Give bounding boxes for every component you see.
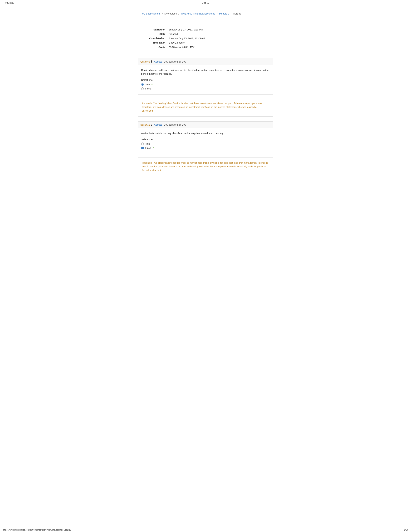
- grade-label: Grade: [143, 45, 167, 49]
- breadcrumb-sep4: /: [231, 12, 232, 15]
- option-true-label-q1: True: [145, 83, 150, 86]
- question-1-points: 1.00 points out of 1.00: [164, 60, 186, 63]
- radio-false-q2: [141, 147, 144, 149]
- question-2-option-true[interactable]: True: [141, 142, 270, 145]
- started-on-value: Sunday, July 23, 2017, 9:29 PM: [167, 28, 268, 32]
- question-1-header: Question 1 Correct 1.00 points out of 1.…: [138, 58, 273, 65]
- breadcrumb-quiz: Quiz #9: [233, 12, 242, 15]
- completed-on-label: Completed on: [143, 36, 167, 40]
- question-1-text: Realized gains and losses on investments…: [141, 68, 270, 76]
- page-header: 7/25/2017 Quiz #9: [0, 0, 411, 6]
- checkmark-q1: ✓: [151, 83, 153, 86]
- option-false-label-q2: False: [145, 147, 151, 149]
- question-2-select-label: Select one:: [141, 138, 270, 141]
- checkmark-q2: ✓: [152, 146, 154, 150]
- question-1-option-false[interactable]: False: [141, 87, 270, 90]
- state-value: Finished: [167, 32, 268, 36]
- breadcrumb-sep2: /: [178, 12, 180, 15]
- question-1-select-label: Select one:: [141, 78, 270, 81]
- info-started-on: Started on Sunday, July 23, 2017, 9:29 P…: [143, 28, 268, 32]
- question-2-text: Available-for-sale is the only classific…: [141, 132, 270, 135]
- radio-inner-false-q2: [142, 147, 143, 149]
- radio-false-q1: [141, 87, 144, 90]
- completed-on-value: Tuesday, July 25, 2017, 11:45 AM: [167, 36, 268, 40]
- info-box: Started on Sunday, July 23, 2017, 9:29 P…: [138, 23, 273, 53]
- rationale-1-box: Rationale: The “trading” classification …: [138, 98, 273, 116]
- info-completed-on: Completed on Tuesday, July 25, 2017, 11:…: [143, 36, 268, 40]
- rationale-2-text: Rationale: Two classifications require m…: [142, 161, 269, 172]
- state-label: State: [143, 32, 167, 36]
- breadcrumb-sep3: /: [217, 12, 218, 15]
- info-time-taken: Time taken 1 day 14 hours: [143, 40, 268, 45]
- info-state: State Finished: [143, 32, 268, 36]
- breadcrumb-sep1: /: [162, 12, 163, 15]
- question-1-body: Realized gains and losses on investments…: [138, 65, 273, 95]
- grade-number: 75.00: [168, 46, 175, 48]
- time-taken-label: Time taken: [143, 40, 167, 45]
- question-2-header: Question 2 Correct 1.00 points out of 1.…: [138, 122, 273, 128]
- question-2-box: Question 2 Correct 1.00 points out of 1.…: [138, 121, 273, 154]
- main-content: My Subscriptions / My courses / WMBA500-…: [133, 6, 278, 184]
- breadcrumb-my-courses: My courses: [164, 12, 177, 15]
- question-2-label: Question 2: [140, 123, 152, 127]
- question-2-points: 1.00 points out of 1.00: [164, 124, 186, 126]
- question-1-status: Correct: [154, 60, 162, 63]
- started-on-label: Started on: [143, 28, 167, 32]
- question-2-status: Correct: [154, 124, 162, 126]
- question-1-option-true[interactable]: True ✓: [141, 83, 270, 86]
- breadcrumb: My Subscriptions / My courses / WMBA500-…: [142, 12, 269, 15]
- header-title: Quiz #9: [202, 2, 209, 4]
- info-table: Started on Sunday, July 23, 2017, 9:29 P…: [143, 28, 268, 49]
- grade-out-of: out of 76.00 (: [175, 46, 189, 48]
- option-true-label-q2: True: [145, 142, 150, 145]
- header-date: 7/25/2017: [5, 2, 14, 4]
- info-grade: Grade 75.00 out of 76.00 (99%): [143, 45, 268, 49]
- breadcrumb-box: My Subscriptions / My courses / WMBA500-…: [138, 9, 273, 18]
- grade-value: 75.00 out of 76.00 (99%): [167, 45, 268, 49]
- radio-true-q2: [141, 142, 144, 145]
- question-2-option-false[interactable]: False ✓: [141, 146, 270, 150]
- grade-pct: 99%: [189, 46, 194, 48]
- breadcrumb-module[interactable]: Module 9: [219, 12, 229, 15]
- rationale-2-box: Rationale: Two classifications require m…: [138, 157, 273, 176]
- question-1-label: Question 1: [140, 60, 152, 63]
- rationale-1-text: Rationale: The “trading” classification …: [142, 102, 269, 113]
- option-false-label-q1: False: [145, 87, 151, 90]
- question-1-box: Question 1 Correct 1.00 points out of 1.…: [138, 58, 273, 95]
- breadcrumb-my-subscriptions[interactable]: My Subscriptions: [142, 12, 160, 15]
- question-1-number: 1: [151, 60, 152, 63]
- radio-inner-true-q1: [142, 84, 143, 85]
- breadcrumb-course[interactable]: WMBA500-Financial Accounting: [181, 12, 215, 15]
- question-2-number: 2: [151, 123, 152, 126]
- time-taken-value: 1 day 14 hours: [167, 40, 268, 45]
- grade-close: ): [194, 46, 195, 48]
- radio-true-q1: [141, 83, 144, 86]
- question-2-body: Available-for-sale is the only classific…: [138, 128, 273, 154]
